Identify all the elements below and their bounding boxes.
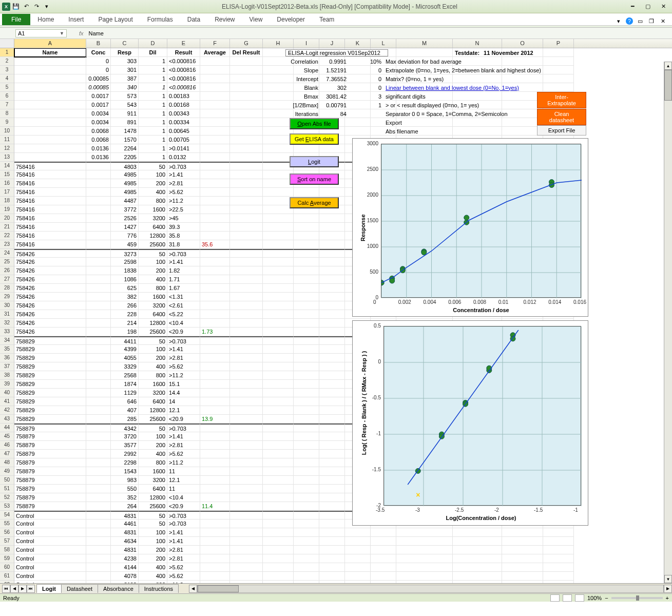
cell[interactable] (294, 554, 319, 563)
row-header[interactable]: 10 (0, 127, 14, 136)
cell[interactable]: 4985 (111, 170, 139, 179)
row-header[interactable]: 13 (0, 153, 14, 162)
cell[interactable]: 758829 (14, 371, 86, 380)
cell[interactable] (453, 563, 502, 572)
row-header[interactable]: 18 (0, 197, 14, 205)
cell[interactable] (14, 92, 86, 101)
cell[interactable] (294, 572, 319, 581)
cell[interactable] (86, 432, 111, 441)
cell[interactable] (86, 354, 111, 362)
cell[interactable] (294, 144, 319, 153)
cell[interactable]: 200 (139, 546, 167, 554)
cell[interactable]: 1 (139, 153, 167, 162)
cell[interactable] (453, 554, 502, 563)
cell[interactable] (230, 415, 263, 424)
cell[interactable]: 758426 (14, 284, 86, 293)
name-box[interactable]: A1 ▼ (15, 29, 67, 37)
cell[interactable] (230, 572, 263, 581)
cell[interactable] (371, 572, 396, 581)
cell[interactable]: 1 (139, 144, 167, 153)
cell[interactable]: >2.81 (167, 554, 200, 563)
cell[interactable]: 228 (111, 310, 139, 319)
column-header-D[interactable]: D (139, 39, 167, 48)
cell[interactable] (200, 458, 230, 467)
sort-on-name-button[interactable]: Sort on name (290, 174, 339, 185)
clean-datasheet-button[interactable]: Clean datasheet (537, 109, 586, 125)
formula-input[interactable] (87, 29, 672, 37)
row-header[interactable]: 17 (0, 188, 14, 197)
cell[interactable]: 1.67 (167, 284, 200, 293)
cell[interactable]: 4078 (111, 572, 139, 581)
cell[interactable] (371, 528, 396, 537)
cell[interactable]: 758426 (14, 275, 86, 284)
cell[interactable] (263, 572, 294, 581)
minimize-icon[interactable]: ━ (628, 2, 637, 11)
cell[interactable] (200, 162, 230, 170)
cell[interactable]: >0.703 (167, 162, 200, 170)
ribbon-minimize-icon[interactable]: ▭ (636, 17, 644, 25)
cell[interactable] (86, 476, 111, 485)
cell[interactable] (319, 528, 345, 537)
export-file-button[interactable]: Export File (537, 125, 586, 136)
cell[interactable]: 3200 (139, 389, 167, 397)
cell[interactable]: 646 (111, 397, 139, 406)
cell[interactable]: 0.0017 (86, 92, 111, 101)
cell[interactable]: 4634 (111, 537, 139, 546)
cell[interactable] (294, 371, 319, 380)
cell[interactable]: 1570 (111, 136, 139, 144)
cell[interactable]: 1 (139, 101, 167, 109)
cell[interactable] (200, 310, 230, 319)
cell[interactable] (200, 476, 230, 485)
cell[interactable] (200, 406, 230, 415)
fx-icon[interactable]: fx (79, 30, 84, 36)
cell[interactable] (200, 136, 230, 144)
cell[interactable] (230, 493, 263, 502)
cell[interactable] (14, 136, 86, 144)
cell[interactable] (263, 345, 294, 354)
cell[interactable] (200, 467, 230, 476)
cell[interactable] (453, 572, 502, 581)
cell[interactable]: 0.00085 (86, 83, 111, 92)
cell[interactable] (230, 450, 263, 458)
cell[interactable] (230, 214, 263, 223)
zoom-out-icon[interactable]: − (605, 595, 608, 601)
cell[interactable]: 3772 (111, 205, 139, 214)
cell[interactable] (86, 223, 111, 232)
cell[interactable] (396, 528, 453, 537)
row-header[interactable]: 51 (0, 485, 14, 493)
cell[interactable]: >0.703 (167, 511, 200, 519)
cell[interactable] (200, 493, 230, 502)
calc-average-button[interactable]: Calc Average (290, 197, 339, 208)
cell[interactable]: 758829 (14, 397, 86, 406)
cell[interactable] (200, 258, 230, 266)
cell[interactable] (294, 214, 319, 223)
row-header[interactable]: 21 (0, 223, 14, 232)
cell[interactable] (294, 336, 319, 345)
cell[interactable]: 758829 (14, 415, 86, 424)
cell[interactable] (319, 519, 345, 528)
cell[interactable] (230, 275, 263, 284)
column-header-E[interactable]: E (167, 39, 200, 48)
cell[interactable] (294, 240, 319, 249)
cell[interactable] (230, 240, 263, 249)
cell[interactable] (294, 389, 319, 397)
cell[interactable]: >5.62 (167, 450, 200, 458)
cell[interactable] (200, 537, 230, 546)
cell[interactable] (345, 563, 371, 572)
column-header-F[interactable]: F (200, 39, 230, 48)
cell[interactable]: 200 (139, 554, 167, 563)
cell[interactable] (86, 424, 111, 432)
cell[interactable] (263, 240, 294, 249)
cell[interactable] (263, 162, 294, 170)
cell[interactable] (200, 354, 230, 362)
row-header[interactable]: 37 (0, 362, 14, 371)
cell[interactable]: 31.8 (167, 240, 200, 249)
cell[interactable]: 983 (111, 476, 139, 485)
cell[interactable] (294, 424, 319, 432)
cell[interactable]: 301 (111, 66, 139, 74)
undo-icon[interactable]: ↶ (22, 2, 31, 11)
cell[interactable]: >0.703 (167, 249, 200, 258)
cell[interactable] (319, 310, 345, 319)
cell[interactable]: 543 (111, 101, 139, 109)
cell[interactable] (294, 450, 319, 458)
